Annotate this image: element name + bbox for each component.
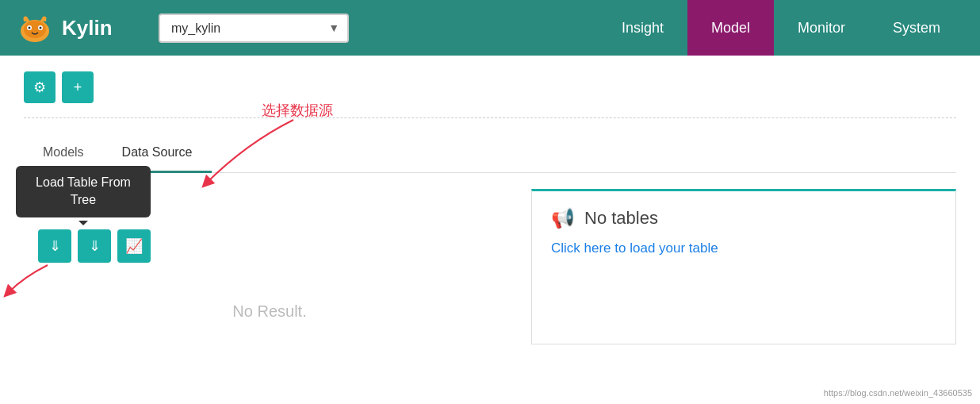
content-area: ⚙ + 选择数据源 Models Data Source Tables [0, 56, 980, 404]
nav-monitor[interactable]: Monitor [774, 0, 869, 56]
tabs-bar: Models Data Source [24, 134, 956, 173]
nav-system[interactable]: System [869, 0, 964, 56]
svg-point-4 [29, 27, 31, 29]
nav-model[interactable]: Model [687, 0, 774, 56]
annotation-text: 选择数据源 [262, 101, 333, 120]
click-load-link[interactable]: Click here to load your table [551, 240, 718, 256]
project-select-wrapper[interactable]: my_kylin ▼ [159, 13, 349, 43]
toolbar: ⚙ + [24, 71, 956, 103]
no-result-text: No Result. [24, 279, 515, 344]
load-from-tree-button[interactable]: ⇓ [78, 229, 111, 263]
brand-name: Kylin [62, 16, 113, 40]
navbar: Kylin my_kylin ▼ Insight Model Monitor S… [0, 0, 980, 56]
no-tables-label: No tables [584, 208, 658, 229]
gear-icon: ⚙ [33, 79, 46, 96]
kylin-logo-icon [16, 9, 54, 47]
svg-point-1 [24, 21, 46, 38]
nav-links: Insight Model Monitor System [598, 0, 964, 56]
right-panel: 📢 No tables Click here to load your tabl… [531, 189, 956, 344]
add-button[interactable]: + [62, 71, 94, 103]
nav-insight[interactable]: Insight [598, 0, 687, 56]
watermark: https://blog.csdn.net/weixin_43660535 [824, 388, 972, 398]
project-select[interactable]: my_kylin [159, 13, 349, 43]
sync-button[interactable]: 📈 [117, 229, 151, 263]
download-tree-icon: ⇓ [89, 237, 101, 255]
load-from-db-button[interactable]: ⇓ [38, 229, 71, 263]
megaphone-icon: 📢 [551, 207, 575, 229]
tooltip-text: Load Table From Tree [36, 175, 131, 206]
divider [24, 117, 956, 118]
settings-button[interactable]: ⚙ [24, 71, 56, 103]
chart-icon: 📈 [125, 237, 143, 255]
main-layout: Tables Load Table From Tree [24, 189, 956, 344]
svg-point-5 [40, 27, 42, 29]
download-icon: ⇓ [49, 237, 61, 255]
plus-icon: + [74, 79, 82, 96]
no-tables-header: 📢 No tables [551, 207, 936, 229]
brand-logo-area: Kylin [16, 9, 143, 47]
action-buttons-row: Load Table From Tree ⇓ [32, 229, 515, 263]
tooltip-box: Load Table From Tree [16, 166, 151, 217]
left-panel: Tables Load Table From Tree [24, 189, 515, 344]
